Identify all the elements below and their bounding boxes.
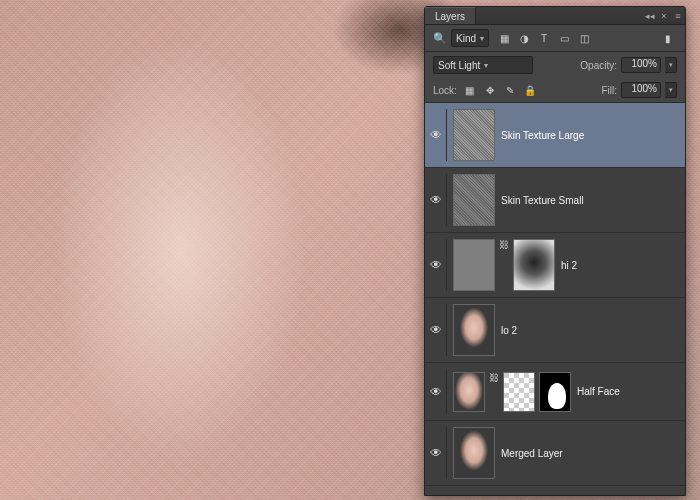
layer-row[interactable]: 👁lo 2 bbox=[425, 298, 685, 363]
lock-fill-row: Lock: ▦✥✎🔒 Fill: 100% ▾ bbox=[425, 78, 685, 102]
mask-thumb[interactable] bbox=[539, 372, 571, 412]
filter-shape-icon[interactable]: ▭ bbox=[555, 30, 573, 46]
layer-row[interactable]: 👁Skin Texture Small bbox=[425, 168, 685, 233]
filter-kind-label: Kind bbox=[456, 33, 476, 44]
panel-tabbar: Layers ◂◂ × ≡ bbox=[425, 7, 685, 25]
layers-list: 👁Skin Texture Large👁Skin Texture Small👁⛓… bbox=[425, 103, 685, 495]
mask-thumb[interactable] bbox=[503, 372, 535, 412]
layer-name[interactable]: hi 2 bbox=[561, 260, 679, 271]
mask-thumb[interactable] bbox=[513, 239, 555, 291]
blend-opacity-row: Soft Light ▾ Opacity: 100% ▾ bbox=[425, 52, 685, 78]
layer-thumb[interactable] bbox=[453, 427, 495, 479]
opacity-label: Opacity: bbox=[580, 60, 617, 71]
collapse-icon[interactable]: ◂◂ bbox=[643, 11, 657, 21]
visibility-eye-icon[interactable]: 👁 bbox=[425, 174, 447, 226]
filter-fx-icon[interactable]: ◑ bbox=[515, 30, 533, 46]
chevron-down-icon: ▾ bbox=[484, 61, 488, 70]
blend-mode-value: Soft Light bbox=[438, 60, 480, 71]
visibility-eye-icon[interactable]: 👁 bbox=[425, 369, 447, 414]
link-icon[interactable]: ⛓ bbox=[499, 239, 509, 291]
lock-position-icon[interactable]: ✥ bbox=[481, 82, 499, 98]
layer-thumb[interactable] bbox=[453, 372, 485, 412]
filter-smart-icon[interactable]: ◫ bbox=[575, 30, 593, 46]
layer-thumb[interactable] bbox=[453, 174, 495, 226]
link-icon[interactable]: ⛓ bbox=[489, 372, 499, 412]
visibility-eye-icon[interactable]: 👁 bbox=[425, 427, 447, 479]
layer-name[interactable]: Skin Texture Small bbox=[501, 195, 679, 206]
close-icon[interactable]: × bbox=[657, 11, 671, 21]
layers-panel: Layers ◂◂ × ≡ 🔍 Kind ▾ ▦◑T▭◫ ▮ Soft Ligh… bbox=[424, 6, 686, 496]
layer-row[interactable]: 👁Merged Layer bbox=[425, 421, 685, 486]
fill-label: Fill: bbox=[601, 85, 617, 96]
lock-label: Lock: bbox=[433, 85, 457, 96]
visibility-eye-icon[interactable]: 👁 bbox=[425, 239, 447, 291]
tab-layers[interactable]: Layers bbox=[425, 7, 476, 24]
layer-row[interactable]: 👁Skin Texture Large bbox=[425, 103, 685, 168]
chevron-down-icon: ▾ bbox=[480, 34, 484, 43]
lock-all-icon[interactable]: 🔒 bbox=[521, 82, 539, 98]
filter-toggle-switch[interactable]: ▮ bbox=[659, 30, 677, 46]
layer-name[interactable]: Half Face bbox=[577, 386, 679, 397]
opacity-slider-button[interactable]: ▾ bbox=[665, 57, 677, 73]
filter-row: 🔍 Kind ▾ ▦◑T▭◫ ▮ bbox=[425, 25, 685, 51]
fill-field[interactable]: 100% bbox=[621, 82, 661, 98]
layer-row[interactable]: 👁⛓hi 2 bbox=[425, 233, 685, 298]
layer-name[interactable]: lo 2 bbox=[501, 325, 679, 336]
filter-image-icon[interactable]: ▦ bbox=[495, 30, 513, 46]
layer-thumb[interactable] bbox=[453, 109, 495, 161]
panel-menu-icon[interactable]: ≡ bbox=[671, 11, 685, 21]
fill-slider-button[interactable]: ▾ bbox=[665, 82, 677, 98]
lock-pixels-icon[interactable]: ▦ bbox=[461, 82, 479, 98]
search-icon: 🔍 bbox=[433, 32, 447, 45]
opacity-field[interactable]: 100% bbox=[621, 57, 661, 73]
lock-brush-icon[interactable]: ✎ bbox=[501, 82, 519, 98]
layer-name[interactable]: Merged Layer bbox=[501, 448, 679, 459]
filter-type-icon[interactable]: T bbox=[535, 30, 553, 46]
visibility-eye-icon[interactable]: 👁 bbox=[425, 304, 447, 356]
visibility-eye-icon[interactable]: 👁 bbox=[425, 109, 447, 161]
filter-kind-select[interactable]: Kind ▾ bbox=[451, 29, 489, 47]
layer-thumb[interactable] bbox=[453, 304, 495, 356]
blend-mode-select[interactable]: Soft Light ▾ bbox=[433, 56, 533, 74]
layer-thumb[interactable] bbox=[453, 239, 495, 291]
layer-name[interactable]: Skin Texture Large bbox=[501, 130, 679, 141]
layer-row[interactable]: 👁⛓Half Face bbox=[425, 363, 685, 421]
